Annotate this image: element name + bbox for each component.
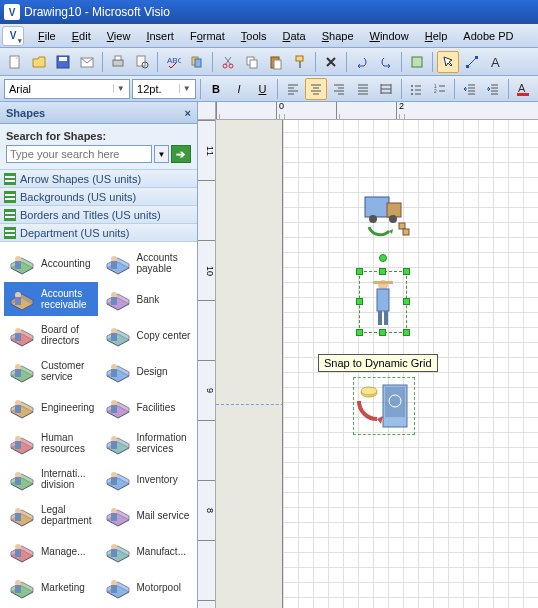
search-input[interactable] <box>6 145 152 163</box>
menu-format[interactable]: Format <box>182 27 233 45</box>
resize-handle[interactable] <box>403 268 410 275</box>
font-name-combo[interactable]: Arial▼ <box>4 79 130 99</box>
shape-item[interactable]: Human resources <box>4 426 98 460</box>
shape-item[interactable]: Facilities <box>100 390 194 424</box>
underline-button[interactable]: U <box>252 78 273 100</box>
drawing-canvas[interactable]: Snap to Dynamic Grid <box>216 120 538 608</box>
search-dropdown[interactable]: ▼ <box>154 145 169 163</box>
text-tool-button[interactable]: A <box>485 51 507 73</box>
format-painter-button[interactable] <box>289 51 311 73</box>
shape-department-worker[interactable] <box>363 275 403 329</box>
resize-handle[interactable] <box>379 329 386 336</box>
font-color-button[interactable]: A <box>513 78 534 100</box>
menu-tools[interactable]: Tools <box>233 27 275 45</box>
paste-button[interactable] <box>265 51 287 73</box>
ruler-horizontal[interactable]: 02 <box>216 102 538 120</box>
research-button[interactable] <box>186 51 208 73</box>
shape-item[interactable]: Board of directors <box>4 318 98 352</box>
font-size-combo[interactable]: 12pt.▼ <box>132 79 196 99</box>
bold-button[interactable]: B <box>205 78 226 100</box>
search-go-button[interactable]: ➔ <box>171 145 191 163</box>
shape-item[interactable]: Accounts receivable <box>4 282 98 316</box>
pointer-tool-button[interactable] <box>437 51 459 73</box>
shape-item-label: Internati... division <box>41 468 96 490</box>
shape-item[interactable]: Copy center <box>100 318 194 352</box>
email-button[interactable] <box>76 51 98 73</box>
shape-item[interactable]: Information services <box>100 426 194 460</box>
print-preview-button[interactable] <box>131 51 153 73</box>
shape-item[interactable]: Engineering <box>4 390 98 424</box>
bullets-button[interactable] <box>406 78 427 100</box>
connector-tool-button[interactable] <box>461 51 483 73</box>
close-icon[interactable]: × <box>185 107 191 119</box>
resize-handle[interactable] <box>356 268 363 275</box>
decrease-indent-button[interactable] <box>459 78 480 100</box>
svg-point-24 <box>411 89 413 91</box>
shape-item[interactable]: Mail service <box>100 498 194 532</box>
menu-view[interactable]: View <box>99 27 139 45</box>
shape-item[interactable]: Accounting <box>4 246 98 280</box>
align-left-button[interactable] <box>282 78 303 100</box>
menu-window[interactable]: Window <box>362 27 417 45</box>
open-button[interactable] <box>28 51 50 73</box>
resize-handle[interactable] <box>403 329 410 336</box>
print-button[interactable] <box>107 51 129 73</box>
align-right-button[interactable] <box>329 78 350 100</box>
menu-help[interactable]: Help <box>417 27 456 45</box>
control-menu-icon[interactable]: V <box>2 26 24 46</box>
redo-button[interactable] <box>375 51 397 73</box>
shape-item[interactable]: Motorpool <box>100 570 194 604</box>
undo-button[interactable] <box>351 51 373 73</box>
spelling-button[interactable]: ABC <box>162 51 184 73</box>
delete-button[interactable] <box>320 51 342 73</box>
menu-data[interactable]: Data <box>274 27 313 45</box>
shape-master-icon <box>102 321 134 349</box>
shape-item[interactable]: Manage... <box>4 534 98 568</box>
shapes-window-button[interactable] <box>406 51 428 73</box>
resize-handle[interactable] <box>356 298 363 305</box>
shape-item[interactable]: Internati... division <box>4 462 98 496</box>
separator <box>432 52 433 72</box>
shape-item[interactable]: Accounts payable <box>100 246 194 280</box>
menu-file[interactable]: File <box>30 27 64 45</box>
menu-edit[interactable]: Edit <box>64 27 99 45</box>
svg-text:A: A <box>518 82 526 94</box>
italic-button[interactable]: I <box>229 78 250 100</box>
numbering-button[interactable]: 12 <box>429 78 450 100</box>
shape-item[interactable]: Inventory <box>100 462 194 496</box>
ruler-vertical[interactable]: 111098 <box>198 120 216 608</box>
shape-item[interactable]: Customer service <box>4 354 98 388</box>
menu-shape[interactable]: Shape <box>314 27 362 45</box>
shape-item[interactable]: Manufact... <box>100 534 194 568</box>
shape-receiving[interactable] <box>359 189 413 239</box>
menu-adobe[interactable]: Adobe PD <box>455 27 521 45</box>
align-justify-button[interactable] <box>352 78 373 100</box>
stencil-arrow[interactable]: Arrow Shapes (US units) <box>0 170 197 188</box>
cut-button[interactable] <box>217 51 239 73</box>
increase-indent-button[interactable] <box>482 78 503 100</box>
resize-handle[interactable] <box>356 329 363 336</box>
shape-bank-ghost[interactable] <box>355 379 413 433</box>
menu-insert[interactable]: Insert <box>138 27 182 45</box>
copy-button[interactable] <box>241 51 263 73</box>
align-center-button[interactable] <box>305 78 326 100</box>
shape-master-icon <box>102 249 134 277</box>
svg-point-72 <box>369 215 377 223</box>
distribute-button[interactable] <box>375 78 396 100</box>
resize-handle[interactable] <box>379 268 386 275</box>
stencil-backgrounds[interactable]: Backgrounds (US units) <box>0 188 197 206</box>
shape-item[interactable]: Design <box>100 354 194 388</box>
svg-rect-17 <box>296 56 303 61</box>
rotation-handle[interactable] <box>379 254 387 262</box>
stencil-borders[interactable]: Borders and Titles (US units) <box>0 206 197 224</box>
shape-item-label: Accounts receivable <box>41 288 96 310</box>
new-button[interactable] <box>4 51 26 73</box>
separator <box>157 52 158 72</box>
shape-item[interactable]: Marketing <box>4 570 98 604</box>
shape-item[interactable]: Bank <box>100 282 194 316</box>
save-button[interactable] <box>52 51 74 73</box>
resize-handle[interactable] <box>403 298 410 305</box>
shape-item[interactable]: Legal department <box>4 498 98 532</box>
stencil-department[interactable]: Department (US units) <box>0 224 197 242</box>
stencil-label: Department (US units) <box>20 227 129 239</box>
